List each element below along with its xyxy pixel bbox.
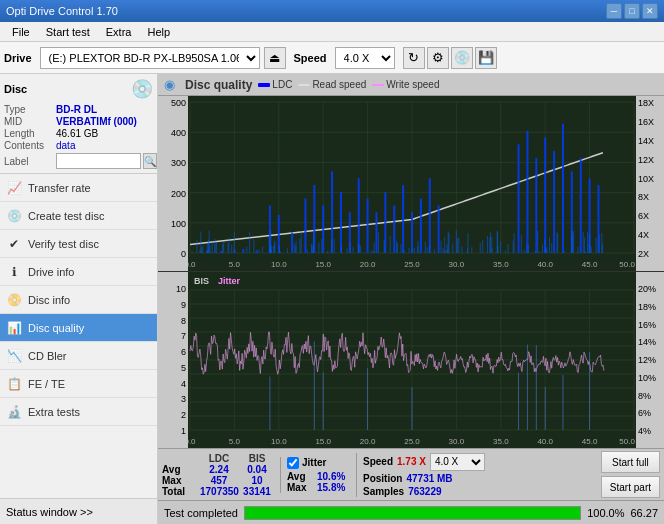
- speed-select[interactable]: 4.0 X: [335, 47, 395, 69]
- chart-header-icon: ◉: [164, 77, 175, 92]
- status-window-button[interactable]: Status window >>: [0, 498, 157, 524]
- write-speed-legend-label: Write speed: [386, 79, 439, 90]
- nav-verify-test-disc[interactable]: ✔ Verify test disc: [0, 230, 157, 258]
- total-label: Total: [162, 486, 200, 497]
- nav-transfer-rate[interactable]: 📈 Transfer rate: [0, 174, 157, 202]
- jitter-label: Jitter: [302, 457, 326, 468]
- label-browse-button[interactable]: 🔍: [143, 153, 157, 169]
- title-bar: Opti Drive Control 1.70 ─ □ ✕: [0, 0, 664, 22]
- nav-disc-quality-label: Disc quality: [28, 322, 84, 334]
- progress-percent: 100.0%: [587, 507, 624, 519]
- start-full-button[interactable]: Start full: [601, 451, 660, 473]
- menu-start-test[interactable]: Start test: [38, 24, 98, 40]
- position-val: 47731 MB: [406, 473, 452, 484]
- read-speed-legend-label: Read speed: [312, 79, 366, 90]
- eject-button[interactable]: ⏏: [264, 47, 286, 69]
- nav-create-disc-label: Create test disc: [28, 210, 104, 222]
- jitter-max-val: 15.8%: [317, 482, 352, 493]
- left-panel: Disc 💿 Type BD-R DL MID VERBATIMf (000) …: [0, 74, 158, 524]
- save-icon[interactable]: 💾: [475, 47, 497, 69]
- action-buttons: Start full Start part: [601, 451, 660, 498]
- write-speed-legend-dot: [372, 84, 384, 86]
- speed-stat-select[interactable]: 4.0 X: [430, 453, 485, 471]
- chart2-y-axis-right: 20% 18% 16% 14% 12% 10% 8% 6% 4%: [636, 272, 664, 448]
- menu-help[interactable]: Help: [139, 24, 178, 40]
- drive-info-icon: ℹ: [6, 265, 22, 279]
- menu-bar: File Start test Extra Help: [0, 22, 664, 42]
- right-panel: ◉ Disc quality LDC Read speed Write spee…: [158, 74, 664, 524]
- nav-disc-info-label: Disc info: [28, 294, 70, 306]
- progress-bar-container: [244, 506, 581, 520]
- label-input[interactable]: [56, 153, 141, 169]
- disc-icon[interactable]: 💿: [451, 47, 473, 69]
- progress-bar-fill: [245, 507, 580, 519]
- jitter-stats: Avg 10.6% Max 15.8%: [287, 471, 352, 493]
- close-button[interactable]: ✕: [642, 3, 658, 19]
- chart2-container: 10 9 8 7 6 5 4 3 2 1 20% 18%: [158, 272, 664, 448]
- chart2-y-axis-left: 10 9 8 7 6 5 4 3 2 1: [158, 272, 188, 448]
- menu-file[interactable]: File: [4, 24, 38, 40]
- samples-row: Samples 763229: [363, 486, 597, 497]
- length-label: Length: [4, 128, 56, 139]
- fe-te-icon: 📋: [6, 377, 22, 391]
- contents-value: data: [56, 140, 75, 151]
- speed-stat-val: 1.73 X: [397, 456, 426, 467]
- nav-drive-info[interactable]: ℹ Drive info: [0, 258, 157, 286]
- samples-label: Samples: [363, 486, 404, 497]
- nav-fe-te[interactable]: 📋 FE / TE: [0, 370, 157, 398]
- contents-label: Contents: [4, 140, 56, 151]
- nav-create-test-disc[interactable]: 💿 Create test disc: [0, 202, 157, 230]
- position-row: Position 47731 MB: [363, 473, 597, 484]
- speed-position-section: Speed 1.73 X 4.0 X Position 47731 MB Sam…: [356, 453, 597, 497]
- speed-row: Speed 1.73 X 4.0 X: [363, 453, 597, 471]
- drive-select[interactable]: (E:) PLEXTOR BD-R PX-LB950SA 1.06: [40, 47, 260, 69]
- settings-icon[interactable]: ⚙: [427, 47, 449, 69]
- disc-info-icon: 📀: [6, 293, 22, 307]
- app-title: Opti Drive Control 1.70: [6, 5, 118, 17]
- mid-label: MID: [4, 116, 56, 127]
- chart2-canvas-area: [188, 272, 636, 448]
- nav-transfer-rate-label: Transfer rate: [28, 182, 91, 194]
- nav-disc-info[interactable]: 📀 Disc info: [0, 286, 157, 314]
- max-ldc: 457: [200, 475, 238, 486]
- avg-label: Avg: [162, 464, 200, 475]
- type-label: Type: [4, 104, 56, 115]
- jitter-max-label: Max: [287, 482, 317, 493]
- chart-header: ◉ Disc quality LDC Read speed Write spee…: [158, 74, 664, 96]
- maximize-button[interactable]: □: [624, 3, 640, 19]
- nav-list: 📈 Transfer rate 💿 Create test disc ✔ Ver…: [0, 174, 157, 426]
- nav-cd-bler[interactable]: 📉 CD Bler: [0, 342, 157, 370]
- jitter-check-row: Jitter: [287, 457, 352, 469]
- legend-ldc: LDC: [258, 79, 292, 90]
- refresh-icon[interactable]: ↻: [403, 47, 425, 69]
- max-label: Max: [162, 475, 200, 486]
- ldc-header: LDC: [200, 453, 238, 464]
- verify-icon: ✔: [6, 237, 22, 251]
- legend-read-speed: Read speed: [298, 79, 366, 90]
- chart1-container: 500 400 300 200 100 0 18X 16X 14X 12X 10…: [158, 96, 664, 272]
- length-value: 46.61 GB: [56, 128, 98, 139]
- minimize-button[interactable]: ─: [606, 3, 622, 19]
- chart1-y-axis-right: 18X 16X 14X 12X 10X 8X 6X 4X 2X: [636, 96, 664, 271]
- samples-val: 763229: [408, 486, 441, 497]
- legend-write-speed: Write speed: [372, 79, 439, 90]
- total-ldc: 1707350: [200, 486, 238, 497]
- disc-image-icon: 💿: [131, 78, 153, 100]
- progress-value: 66.27: [630, 507, 658, 519]
- extra-tests-icon: 🔬: [6, 405, 22, 419]
- stats-area: LDC BIS Avg 2.24 0.04 Max 457 10 Total 1…: [158, 448, 664, 500]
- mid-value: VERBATIMf (000): [56, 116, 137, 127]
- nav-extra-tests[interactable]: 🔬 Extra tests: [0, 398, 157, 426]
- disc-quality-icon: 📊: [6, 321, 22, 335]
- label-label: Label: [4, 156, 56, 167]
- read-speed-legend-dot: [298, 84, 310, 86]
- transfer-rate-icon: 📈: [6, 181, 22, 195]
- jitter-checkbox[interactable]: [287, 457, 299, 469]
- nav-disc-quality[interactable]: 📊 Disc quality: [0, 314, 157, 342]
- start-part-button[interactable]: Start part: [601, 476, 660, 498]
- type-value: BD-R DL: [56, 104, 97, 115]
- speed-label: Speed: [294, 52, 327, 64]
- menu-extra[interactable]: Extra: [98, 24, 140, 40]
- nav-fe-te-label: FE / TE: [28, 378, 65, 390]
- chart1-canvas: [188, 96, 636, 271]
